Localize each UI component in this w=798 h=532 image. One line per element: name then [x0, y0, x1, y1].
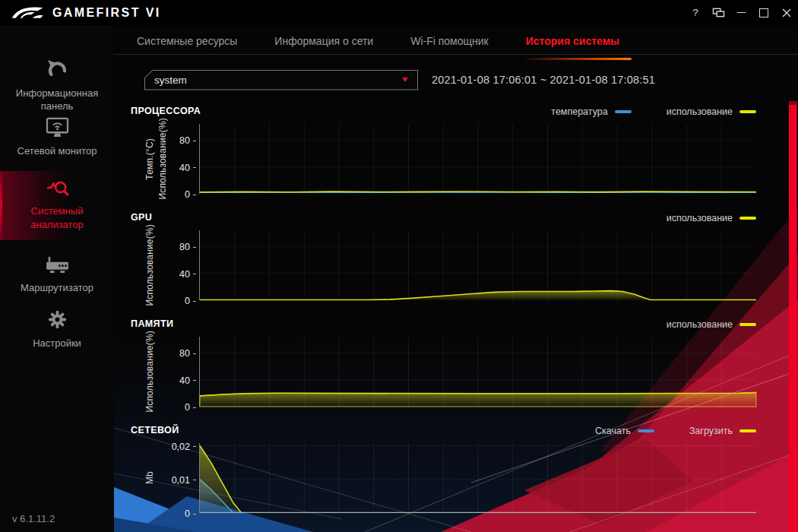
- tab-system-history[interactable]: История системы: [526, 35, 619, 54]
- minimize-button[interactable]: [730, 0, 752, 25]
- y-tick: 80: [179, 348, 196, 359]
- y-tick-label: 0,01: [172, 475, 190, 486]
- tab-label: Системные ресурсы: [137, 35, 237, 47]
- chart-title: ПАМЯТИ: [131, 318, 173, 329]
- chart-network: СЕТЕВОЙСкачатьЗагрузитьMb00,010,02: [114, 423, 798, 532]
- tick-mark: [193, 514, 196, 515]
- sidebar-item-system-analyzer[interactable]: Системный анализатор: [0, 171, 114, 239]
- tick-mark: [193, 167, 196, 168]
- date-range-label: 2021-01-08 17:06:01 ~ 2021-01-08 17:08:5…: [432, 74, 655, 86]
- y-tick: 80: [179, 242, 196, 252]
- y-axis-ticks: 00,010,02: [114, 443, 196, 513]
- tab-label: История системы: [526, 35, 619, 47]
- legend-label: Скачать: [595, 426, 631, 436]
- sidebar-item-router[interactable]: Маршрутизатор: [0, 255, 114, 294]
- y-tick-label: 40: [179, 375, 190, 386]
- tick-mark: [193, 480, 196, 480]
- tab-bar: Системные ресурсыИнформация о сетиWi-Fi …: [137, 35, 619, 54]
- tick-mark: [193, 141, 196, 141]
- y-tick-label: 40: [179, 269, 190, 280]
- y-tick: 40: [179, 163, 196, 173]
- active-tab-underline: [524, 58, 632, 61]
- maximize-icon: [759, 8, 768, 17]
- maximize-button[interactable]: [752, 0, 775, 25]
- legend-item: Загрузить: [689, 426, 756, 436]
- tab-network-info[interactable]: Информация о сети: [274, 35, 373, 54]
- tick-mark: [193, 353, 196, 354]
- legend-swatch: [739, 323, 756, 326]
- content: Системные ресурсыИнформация о сетиWi-Fi …: [114, 25, 798, 532]
- sidebar-item-gear[interactable]: Настройки: [0, 309, 114, 350]
- y-tick: 0: [185, 189, 196, 200]
- dropdown-value: system: [154, 74, 187, 86]
- y-axis-ticks: 04080: [114, 124, 196, 194]
- app-window: GAMEFIRST VI ? Информационная панельСете…: [0, 0, 798, 532]
- sidebar: Информационная панельСетевой мониторСист…: [0, 25, 114, 532]
- y-tick: 0: [185, 508, 196, 519]
- tick-mark: [193, 407, 196, 408]
- close-icon: [782, 8, 791, 17]
- version-label: v 6.1.11.2: [12, 513, 55, 524]
- controls-row: system 2021-01-08 17:06:01 ~ 2021-01-08 …: [144, 69, 655, 90]
- y-tick-label: 40: [179, 163, 190, 173]
- tab-wifi-assistant[interactable]: Wi-Fi помощник: [410, 35, 489, 54]
- tick-mark: [193, 301, 196, 302]
- help-button[interactable]: ?: [684, 0, 707, 25]
- tabs-divider: [114, 54, 798, 55]
- sidebar-item-label: Системный анализатор: [0, 204, 114, 230]
- sidebar-item-label: Информационная панель: [0, 87, 114, 112]
- y-tick-label: 80: [179, 135, 190, 146]
- sidebar-item-network-monitor[interactable]: Сетевой монитор: [0, 117, 114, 157]
- y-tick: 0: [185, 402, 196, 413]
- y-tick: 40: [179, 375, 196, 386]
- rog-logo-icon: [11, 4, 46, 22]
- legend-item: использование: [667, 213, 756, 223]
- titlebar: GAMEFIRST VI ?: [0, 0, 798, 25]
- y-tick: 80: [179, 135, 196, 146]
- chart-memory: ПАМЯТИиспользованиеИспользование(%)04080: [114, 317, 798, 423]
- plot-area: [199, 124, 756, 194]
- layers-icon: [712, 7, 725, 18]
- y-tick-label: 80: [179, 242, 190, 252]
- y-tick-label: 0: [185, 189, 190, 200]
- legend-swatch: [739, 110, 756, 113]
- legend-swatch: [739, 217, 756, 220]
- sidebar-item-dashboard[interactable]: Информационная панель: [0, 59, 114, 112]
- legend-label: Загрузить: [689, 426, 733, 436]
- y-tick: 0: [185, 296, 196, 306]
- y-tick: 0,01: [172, 475, 196, 486]
- tick-mark: [193, 446, 196, 447]
- chevron-down-icon: [402, 78, 408, 82]
- chart-title: GPU: [131, 212, 152, 223]
- legend-item: использование: [667, 106, 756, 117]
- chart-title: ПРОЦЕССОРА: [131, 106, 201, 116]
- y-tick-label: 0,02: [172, 442, 190, 452]
- sidebar-item-label: Настройки: [24, 337, 90, 350]
- always-on-top-button[interactable]: [707, 0, 730, 25]
- plot-area: [199, 443, 756, 513]
- chart-legend: использование: [667, 319, 756, 330]
- tick-mark: [193, 247, 196, 248]
- legend-label: использование: [667, 106, 733, 117]
- tick-mark: [193, 274, 196, 274]
- legend-label: использование: [667, 319, 733, 330]
- tab-label: Wi-Fi помощник: [410, 35, 489, 47]
- y-tick-label: 0: [185, 508, 190, 519]
- router-icon: [44, 255, 71, 274]
- legend-swatch: [739, 429, 756, 432]
- legend-item: использование: [667, 319, 756, 330]
- gear-icon: [47, 309, 68, 330]
- chart-legend: температураиспользование: [551, 106, 756, 117]
- y-axis-ticks: 04080: [114, 337, 196, 407]
- y-axis-ticks: 04080: [114, 230, 196, 300]
- history-source-dropdown[interactable]: system: [144, 70, 418, 90]
- close-button[interactable]: [775, 0, 798, 25]
- chart-legend: использование: [667, 213, 756, 223]
- y-tick-label: 0: [185, 296, 190, 306]
- y-tick: 40: [179, 269, 196, 280]
- legend-item: температура: [551, 106, 631, 117]
- sidebar-item-label: Сетевой монитор: [8, 144, 106, 157]
- plot-area: [199, 337, 756, 407]
- legend-label: температура: [551, 106, 607, 117]
- tab-system-resources[interactable]: Системные ресурсы: [137, 35, 237, 54]
